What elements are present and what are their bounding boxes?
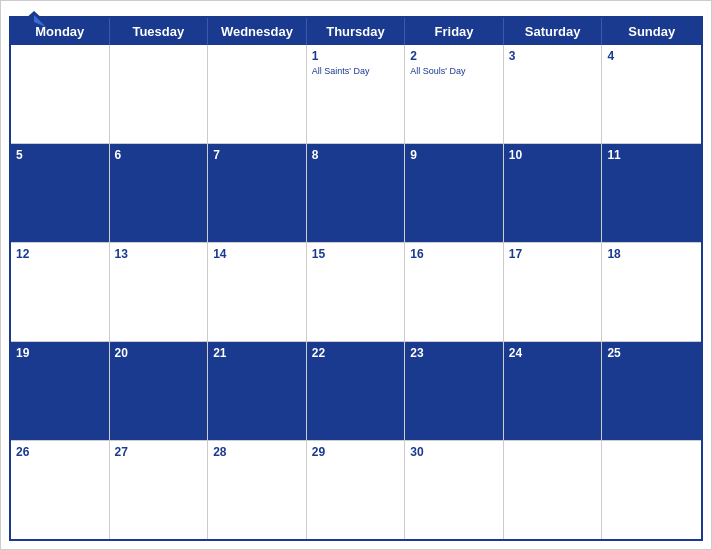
day-cell: 16	[405, 243, 504, 341]
day-number: 3	[509, 48, 597, 65]
day-cell	[11, 45, 110, 143]
day-number: 8	[312, 147, 400, 164]
day-number: 6	[115, 147, 203, 164]
day-number: 4	[607, 48, 696, 65]
logo	[16, 9, 52, 31]
day-cell: 18	[602, 243, 701, 341]
day-number: 28	[213, 444, 301, 461]
day-number: 15	[312, 246, 400, 263]
day-number: 24	[509, 345, 597, 362]
day-headers: MondayTuesdayWednesdayThursdayFridaySatu…	[11, 18, 701, 45]
day-number: 7	[213, 147, 301, 164]
day-number: 12	[16, 246, 104, 263]
day-cell: 3	[504, 45, 603, 143]
day-cell: 19	[11, 342, 110, 440]
day-number: 23	[410, 345, 498, 362]
day-number: 27	[115, 444, 203, 461]
day-cell: 15	[307, 243, 406, 341]
day-cell: 27	[110, 441, 209, 539]
day-cell: 30	[405, 441, 504, 539]
day-header-saturday: Saturday	[504, 18, 603, 45]
day-cell: 8	[307, 144, 406, 242]
day-cell: 14	[208, 243, 307, 341]
day-cell	[504, 441, 603, 539]
day-number: 30	[410, 444, 498, 461]
day-number: 26	[16, 444, 104, 461]
day-number: 16	[410, 246, 498, 263]
day-cell: 11	[602, 144, 701, 242]
day-number: 14	[213, 246, 301, 263]
day-cell: 28	[208, 441, 307, 539]
day-cell: 7	[208, 144, 307, 242]
day-cell: 29	[307, 441, 406, 539]
day-number: 13	[115, 246, 203, 263]
day-number: 21	[213, 345, 301, 362]
weeks: 1All Saints' Day2All Souls' Day345678910…	[11, 45, 701, 539]
day-header-friday: Friday	[405, 18, 504, 45]
day-cell: 13	[110, 243, 209, 341]
day-cell	[602, 441, 701, 539]
day-cell: 4	[602, 45, 701, 143]
day-cell: 6	[110, 144, 209, 242]
day-cell: 5	[11, 144, 110, 242]
day-number: 1	[312, 48, 400, 65]
day-header-sunday: Sunday	[602, 18, 701, 45]
day-cell: 20	[110, 342, 209, 440]
day-cell: 1All Saints' Day	[307, 45, 406, 143]
day-number: 11	[607, 147, 696, 164]
day-number: 9	[410, 147, 498, 164]
calendar-header	[1, 1, 711, 16]
day-header-thursday: Thursday	[307, 18, 406, 45]
day-cell: 12	[11, 243, 110, 341]
day-cell: 10	[504, 144, 603, 242]
calendar-grid: MondayTuesdayWednesdayThursdayFridaySatu…	[9, 16, 703, 541]
week-row-4: 19202122232425	[11, 341, 701, 440]
day-header-wednesday: Wednesday	[208, 18, 307, 45]
day-header-tuesday: Tuesday	[110, 18, 209, 45]
week-row-2: 567891011	[11, 143, 701, 242]
day-cell: 22	[307, 342, 406, 440]
day-cell: 21	[208, 342, 307, 440]
holiday-label: All Saints' Day	[312, 66, 400, 78]
day-number: 17	[509, 246, 597, 263]
day-number: 22	[312, 345, 400, 362]
day-number: 25	[607, 345, 696, 362]
day-number: 2	[410, 48, 498, 65]
week-row-1: 1All Saints' Day2All Souls' Day34	[11, 45, 701, 143]
day-number: 19	[16, 345, 104, 362]
day-number: 29	[312, 444, 400, 461]
day-number: 5	[16, 147, 104, 164]
day-cell: 23	[405, 342, 504, 440]
day-cell: 26	[11, 441, 110, 539]
logo-icon	[16, 9, 52, 31]
day-number: 10	[509, 147, 597, 164]
day-cell: 17	[504, 243, 603, 341]
day-cell: 25	[602, 342, 701, 440]
calendar: MondayTuesdayWednesdayThursdayFridaySatu…	[0, 0, 712, 550]
day-cell: 9	[405, 144, 504, 242]
day-number: 20	[115, 345, 203, 362]
day-cell: 24	[504, 342, 603, 440]
week-row-5: 2627282930	[11, 440, 701, 539]
day-cell	[208, 45, 307, 143]
week-row-3: 12131415161718	[11, 242, 701, 341]
day-number: 18	[607, 246, 696, 263]
day-cell: 2All Souls' Day	[405, 45, 504, 143]
day-cell	[110, 45, 209, 143]
holiday-label: All Souls' Day	[410, 66, 498, 78]
